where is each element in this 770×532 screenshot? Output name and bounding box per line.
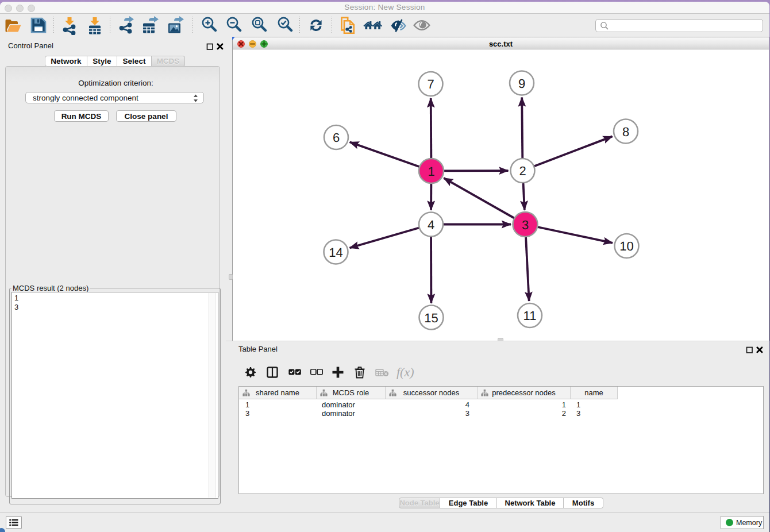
svg-text:11: 11 [523,309,537,323]
svg-text:6: 6 [333,130,340,145]
svg-text:14: 14 [329,245,342,260]
svg-text:2: 2 [519,164,526,178]
svg-text:8: 8 [622,125,629,139]
svg-text:1: 1 [428,164,434,179]
svg-text:15: 15 [424,311,438,325]
svg-text:9: 9 [518,76,525,91]
svg-text:10: 10 [619,239,633,253]
svg-text:4: 4 [428,218,434,232]
svg-text:3: 3 [522,218,529,232]
svg-text:7: 7 [427,77,434,91]
